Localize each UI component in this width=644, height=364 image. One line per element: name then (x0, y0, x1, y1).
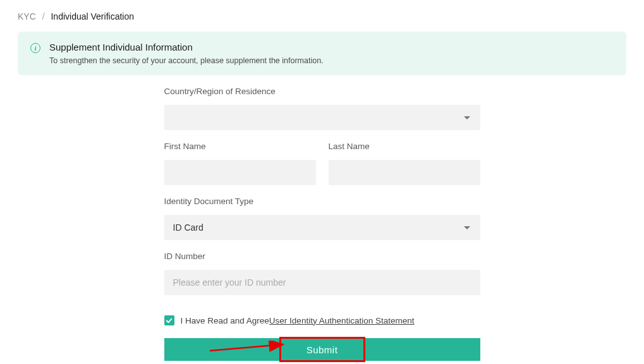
first-name-input[interactable] (164, 160, 316, 185)
agree-row: I Have Read and AgreeUser Identity Authe… (164, 315, 480, 325)
first-name-label: First Name (164, 142, 316, 151)
chevron-down-icon (464, 116, 470, 119)
id-number-input[interactable] (164, 270, 480, 295)
submit-button[interactable]: Submit (164, 338, 480, 361)
breadcrumb-separator: / (42, 11, 45, 21)
doc-type-label: Identity Document Type (164, 197, 480, 206)
agree-checkbox[interactable] (164, 315, 174, 325)
chevron-down-icon (464, 226, 470, 229)
info-banner: i Supplement Individual Information To s… (18, 32, 626, 75)
last-name-input[interactable] (329, 160, 480, 185)
info-icon: i (30, 43, 40, 53)
agree-text-prefix: I Have Read and Agree (181, 316, 269, 325)
banner-title: Supplement Individual Information (49, 42, 324, 52)
submit-button-label: Submit (307, 344, 338, 355)
kyc-form: Country/Region of Residence First Name L… (164, 87, 480, 361)
agree-statement-link[interactable]: User Identity Authentication Statement (269, 316, 415, 325)
breadcrumb-current: Individual Verification (51, 11, 134, 21)
breadcrumb-parent[interactable]: KYC (18, 11, 36, 21)
doc-type-select[interactable]: ID Card (164, 215, 480, 240)
country-label: Country/Region of Residence (164, 87, 480, 96)
info-text: Supplement Individual Information To str… (49, 42, 324, 65)
id-number-label: ID Number (164, 252, 480, 261)
check-icon (166, 317, 173, 324)
country-select[interactable] (164, 105, 480, 130)
breadcrumb: KYC / Individual Verification (0, 0, 644, 32)
banner-description: To strengthen the security of your accou… (49, 56, 324, 65)
doc-type-selected-value: ID Card (173, 222, 204, 233)
last-name-label: Last Name (329, 142, 480, 151)
